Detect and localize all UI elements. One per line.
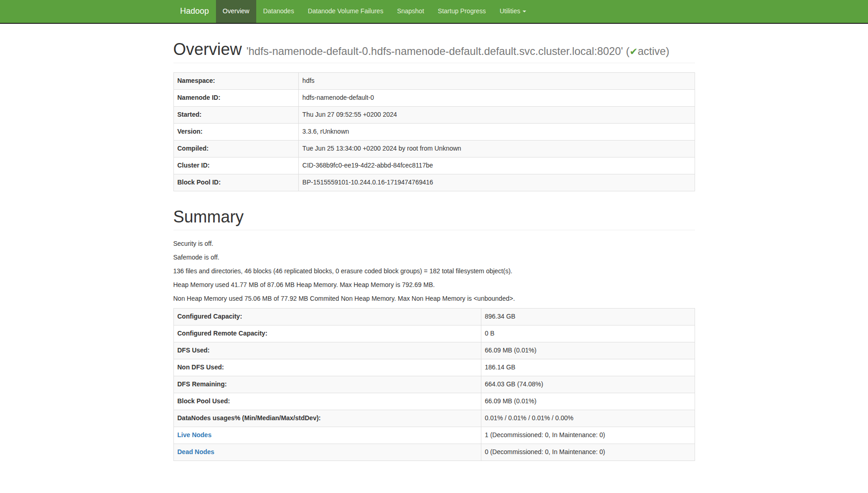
- page-title: Overview 'hdfs-namenode-default-0.hdfs-n…: [173, 40, 695, 59]
- overview-table: Namespace: hdfs Namenode ID: hdfs-nameno…: [173, 72, 695, 191]
- row-label: Non DFS Used:: [173, 359, 481, 376]
- table-row-block-pool-id: Block Pool ID: BP-1515559101-10.244.0.16…: [173, 174, 695, 191]
- summary-safemode: Safemode is off.: [173, 253, 695, 262]
- table-row-dfs-remaining: DFS Remaining: 664.03 GB (74.08%): [173, 376, 695, 393]
- row-value: 3.3.6, rUnknown: [298, 123, 695, 140]
- table-row-dfs-used: DFS Used: 66.09 MB (0.01%): [173, 342, 695, 359]
- row-label: Block Pool Used:: [173, 393, 481, 410]
- table-row-configured-capacity: Configured Capacity: 896.34 GB: [173, 309, 695, 325]
- row-label: Block Pool ID:: [173, 174, 298, 191]
- row-value: CID-368b9fc0-ee19-4d22-abbd-84fcec8117be: [298, 157, 695, 174]
- summary-page-header: Summary: [173, 208, 695, 231]
- row-label: Version:: [173, 123, 298, 140]
- tab-overview-label: Overview: [223, 7, 249, 16]
- page-title-text: Overview: [173, 40, 242, 59]
- menu-utilities[interactable]: Utilities: [493, 0, 533, 23]
- summary-heap-memory: Heap Memory used 41.77 MB of 87.06 MB He…: [173, 281, 695, 290]
- row-value: 186.14 GB: [481, 359, 695, 376]
- row-value: 66.09 MB (0.01%): [481, 393, 695, 410]
- namenode-address: 'hdfs-namenode-default-0.hdfs-namenode-d…: [247, 45, 669, 57]
- row-value: BP-1515559101-10.244.0.16-1719474769416: [298, 174, 695, 191]
- table-row-configured-remote-capacity: Configured Remote Capacity: 0 B: [173, 325, 695, 342]
- row-label: Configured Capacity:: [173, 309, 481, 325]
- table-row-version: Version: 3.3.6, rUnknown: [173, 123, 695, 140]
- table-row-started: Started: Thu Jun 27 09:52:55 +0200 2024: [173, 106, 695, 123]
- summary-non-heap-memory: Non Heap Memory used 75.06 MB of 77.92 M…: [173, 294, 695, 303]
- tab-startup-progress-label: Startup Progress: [438, 7, 486, 16]
- ha-state: (✔active): [626, 45, 669, 57]
- table-row-compiled: Compiled: Tue Jun 25 13:34:00 +0200 2024…: [173, 140, 695, 157]
- main-content: Overview 'hdfs-namenode-default-0.hdfs-n…: [167, 40, 702, 461]
- tab-datanodes-label: Datanodes: [263, 7, 294, 16]
- row-label: Dead Nodes: [173, 444, 481, 461]
- summary-title: Summary: [173, 208, 695, 226]
- row-value: 66.09 MB (0.01%): [481, 342, 695, 359]
- summary-security: Security is off.: [173, 239, 695, 249]
- row-label: Namespace:: [173, 72, 298, 89]
- tab-datanodes[interactable]: Datanodes: [256, 0, 301, 23]
- row-value: 0 B: [481, 325, 695, 342]
- table-row-dead-nodes: Dead Nodes 0 (Decommissioned: 0, In Main…: [173, 444, 695, 461]
- summary-table: Configured Capacity: 896.34 GB Configure…: [173, 308, 695, 461]
- ha-state-text: active: [638, 45, 666, 57]
- navbar: Hadoop Overview Datanodes Datanode Volum…: [0, 0, 868, 24]
- row-label: DataNodes usages% (Min/Median/Max/stdDev…: [173, 410, 481, 427]
- overview-page-header: Overview 'hdfs-namenode-default-0.hdfs-n…: [173, 40, 695, 63]
- table-row-namenode-id: Namenode ID: hdfs-namenode-default-0: [173, 89, 695, 106]
- tab-startup-progress[interactable]: Startup Progress: [431, 0, 493, 23]
- main-nav: Overview Datanodes Datanode Volume Failu…: [216, 0, 533, 23]
- row-value: hdfs-namenode-default-0: [298, 89, 695, 106]
- row-value: Thu Jun 27 09:52:55 +0200 2024: [298, 106, 695, 123]
- table-row-live-nodes: Live Nodes 1 (Decommissioned: 0, In Main…: [173, 427, 695, 444]
- namenode-address-text: 'hdfs-namenode-default-0.hdfs-namenode-d…: [247, 45, 623, 57]
- row-value: 0.01% / 0.01% / 0.01% / 0.00%: [481, 410, 695, 427]
- row-label: DFS Remaining:: [173, 376, 481, 393]
- row-label: Compiled:: [173, 140, 298, 157]
- row-value: hdfs: [298, 72, 695, 89]
- row-value: 664.03 GB (74.08%): [481, 376, 695, 393]
- menu-utilities-label: Utilities: [500, 7, 520, 16]
- tab-overview[interactable]: Overview: [216, 0, 256, 23]
- tab-snapshot[interactable]: Snapshot: [390, 0, 431, 23]
- row-label: Configured Remote Capacity:: [173, 325, 481, 342]
- row-label: Namenode ID:: [173, 89, 298, 106]
- tab-datanode-volume-failures-label: Datanode Volume Failures: [308, 7, 383, 16]
- check-icon: ✔: [630, 46, 638, 57]
- row-label: Live Nodes: [173, 427, 481, 444]
- table-row-datanode-usages: DataNodes usages% (Min/Median/Max/stdDev…: [173, 410, 695, 427]
- table-row-cluster-id: Cluster ID: CID-368b9fc0-ee19-4d22-abbd-…: [173, 157, 695, 174]
- caret-down-icon: [523, 11, 526, 12]
- row-label: Cluster ID:: [173, 157, 298, 174]
- row-value: 0 (Decommissioned: 0, In Maintenance: 0): [481, 444, 695, 461]
- summary-filesystem-objects: 136 files and directories, 46 blocks (46…: [173, 267, 695, 276]
- tab-datanode-volume-failures[interactable]: Datanode Volume Failures: [301, 0, 390, 23]
- row-value: Tue Jun 25 13:34:00 +0200 2024 by root f…: [298, 140, 695, 157]
- live-nodes-link[interactable]: Live Nodes: [178, 431, 212, 439]
- table-row-block-pool-used: Block Pool Used: 66.09 MB (0.01%): [173, 393, 695, 410]
- row-value: 896.34 GB: [481, 309, 695, 325]
- row-label: DFS Used:: [173, 342, 481, 359]
- row-value: 1 (Decommissioned: 0, In Maintenance: 0): [481, 427, 695, 444]
- tab-snapshot-label: Snapshot: [397, 7, 424, 16]
- row-label: Started:: [173, 106, 298, 123]
- table-row-non-dfs-used: Non DFS Used: 186.14 GB: [173, 359, 695, 376]
- brand-hadoop[interactable]: Hadoop: [173, 0, 216, 23]
- dead-nodes-link[interactable]: Dead Nodes: [178, 448, 215, 455]
- table-row-namespace: Namespace: hdfs: [173, 72, 695, 89]
